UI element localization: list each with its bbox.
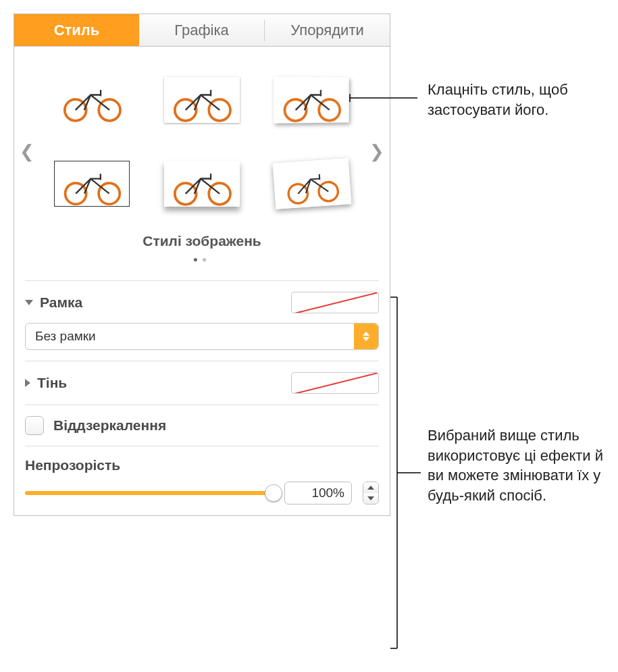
styles-next-icon[interactable]: ❯ — [369, 141, 384, 162]
callout-apply-style: Клацніть стиль, щоб застосувати його. — [428, 80, 604, 120]
border-disclosure[interactable]: Рамка — [25, 294, 82, 311]
border-label: Рамка — [40, 294, 82, 311]
stepper-arrows-icon — [354, 324, 378, 349]
stepper-up-icon[interactable] — [363, 482, 378, 493]
opacity-label: Непрозорість — [25, 457, 379, 473]
image-styles-area: ❮ ❯ Стилі зображень ●● — [14, 47, 390, 280]
format-inspector-panel: Стиль Графіка Упорядити ❮ ❯ Стилі зображ… — [14, 14, 390, 516]
leader-bracket-icon — [390, 297, 424, 655]
border-select-value: Без рамки — [26, 329, 354, 344]
tab-arrange[interactable]: Упорядити — [265, 14, 390, 46]
reflection-checkbox[interactable] — [25, 416, 44, 435]
shadow-disclosure[interactable]: Тінь — [25, 375, 67, 391]
reflection-label: Віддзеркалення — [53, 417, 166, 434]
style-thumbnail-grid — [24, 63, 380, 221]
callout-effects: Вибраний вище стиль використовує ці ефек… — [428, 425, 604, 506]
stepper-down-icon[interactable] — [363, 493, 378, 504]
opacity-value-field[interactable]: 100% — [284, 482, 352, 505]
shadow-preview-swatch[interactable] — [291, 372, 379, 394]
section-border: Рамка Без рамки — [14, 281, 390, 361]
shadow-label: Тінь — [37, 375, 67, 391]
opacity-slider[interactable] — [25, 484, 274, 502]
style-thumb-4[interactable] — [47, 147, 136, 221]
styles-prev-icon[interactable]: ❮ — [20, 141, 34, 162]
style-thumb-2[interactable] — [157, 63, 247, 137]
style-thumb-3[interactable] — [267, 63, 357, 137]
callout-layer: Клацніть стиль, щоб застосувати його. Ви… — [390, 14, 604, 662]
style-thumb-5[interactable] — [157, 147, 247, 221]
opacity-stepper[interactable] — [363, 482, 379, 505]
style-thumb-1[interactable] — [47, 63, 136, 137]
border-type-select[interactable]: Без рамки — [25, 323, 379, 350]
slider-knob[interactable] — [265, 484, 282, 502]
tab-style[interactable]: Стиль — [14, 14, 139, 46]
tab-image[interactable]: Графіка — [139, 14, 264, 46]
section-opacity: Непрозорість 100% — [14, 446, 390, 515]
style-page-dots[interactable]: ●● — [24, 255, 380, 264]
chevron-right-icon — [25, 379, 30, 387]
inspector-tab-bar: Стиль Графіка Упорядити — [14, 14, 390, 47]
section-reflection: Віддзеркалення — [14, 405, 390, 446]
chevron-down-icon — [25, 300, 33, 305]
styles-title: Стилі зображень — [24, 233, 380, 249]
svg-rect-15 — [277, 161, 347, 207]
style-thumb-6[interactable] — [267, 147, 357, 221]
border-preview-swatch[interactable] — [291, 292, 379, 313]
section-shadow: Тінь — [14, 361, 390, 405]
